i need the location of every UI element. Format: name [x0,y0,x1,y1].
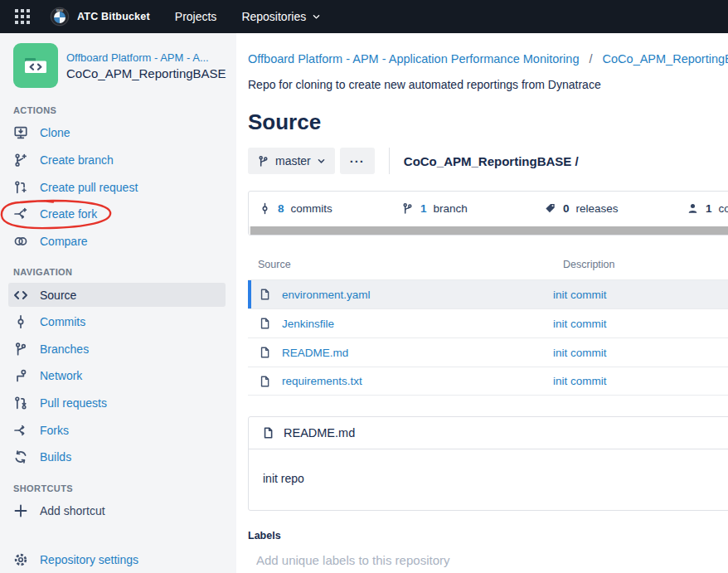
file-name-link[interactable]: environment.yaml [282,289,371,301]
sidebar-item-forks[interactable]: Forks [0,416,236,444]
navigation-section-title: NAVIGATION [13,267,236,277]
readme-header: README.md [249,417,728,449]
code-icon [13,288,28,303]
stat-value: 1 [420,202,427,215]
commit-icon [259,202,271,215]
sidebar-item-repository-settings[interactable]: Repository settings [0,546,236,573]
builds-icon [13,449,28,464]
readme-content: init repo [249,449,728,510]
scrollbar-thumb[interactable] [250,226,728,235]
top-app-bar: BMW ATC Bitbucket Projects Repositories [0,0,728,33]
create-fork-icon [13,206,28,221]
sidebar-item-source[interactable]: Source [8,283,226,307]
create-branch-icon [13,153,28,168]
clone-icon [13,125,28,140]
topnav-projects[interactable]: Projects [175,10,217,23]
sidebar-item-label: Create fork [40,207,97,221]
source-toolbar: master ··· CoCo_APM_ReportingBASE / [248,148,728,174]
chevron-down-icon [317,157,326,166]
branch-icon [257,155,269,168]
gear-icon [13,552,28,567]
repository-sidebar: Offboard Platform - APM - A... CoCo_APM_… [0,33,236,573]
sidebar-item-branches[interactable]: Branches [0,336,236,363]
stat-contributors[interactable]: 1 contributor [687,202,728,215]
network-icon [13,368,28,383]
stat-label: releases [576,202,619,215]
sidebar-item-label: Builds [40,450,71,464]
sidebar-item-label: Add shortcut [40,504,105,517]
sidebar-item-label: Network [40,369,82,382]
repo-stats-row: 8 commits 1 branch 0 [249,192,728,222]
file-name-link[interactable]: Jenkinsfile [282,318,334,330]
table-row[interactable]: Jenkinsfile init commit [248,308,728,337]
stat-branches[interactable]: 1 branch [401,202,544,215]
branch-icon [13,342,28,357]
stat-label: branch [434,202,468,215]
sidebar-item-label: Forks [40,424,69,437]
sidebar-item-label: Source [40,289,76,302]
sidebar-item-compare[interactable]: Compare [0,228,236,255]
table-row[interactable]: README.md init commit [248,337,728,367]
compare-icon [13,234,28,249]
sidebar-item-label: Create branch [40,153,114,167]
sidebar-item-clone[interactable]: Clone [0,119,236,147]
stat-value: 1 [706,202,712,215]
sidebar-item-create-pull-request[interactable]: Create pull request [0,173,236,201]
table-row[interactable]: requirements.txt init commit [248,367,728,396]
commit-message-link[interactable]: init commit [553,375,728,387]
column-header-description: Description [563,259,728,270]
app-switcher-grid-icon[interactable] [15,9,30,24]
create-pull-request-icon [13,180,28,195]
breadcrumb-repo-link[interactable]: CoCo_APM_ReportingBASE [603,52,728,66]
file-icon [259,317,271,330]
repo-avatar[interactable] [13,43,58,88]
sidebar-item-create-fork[interactable]: Create fork [0,201,236,228]
commit-message-link[interactable]: init commit [553,347,728,359]
readme-panel: README.md init repo [248,416,728,511]
column-header-source: Source [258,259,563,270]
sidebar-item-builds[interactable]: Builds [0,444,236,471]
commit-message-link[interactable]: init commit [553,289,728,301]
stat-label: commits [291,202,332,215]
sidebar-item-pull-requests[interactable]: Pull requests [0,390,236,417]
tag-icon [544,202,556,215]
sidebar-item-add-shortcut[interactable]: Add shortcut [0,498,236,525]
sidebar-repo-name: CoCo_APM_ReportingBASE [66,66,226,82]
plus-icon [13,503,28,518]
branch-icon [401,202,414,215]
horizontal-scrollbar[interactable] [249,226,728,235]
file-icon [259,346,271,359]
chevron-down-icon [312,12,321,22]
sidebar-item-label: Compare [40,235,88,248]
file-name-link[interactable]: README.md [282,347,348,359]
stat-value: 0 [563,202,570,215]
stat-releases[interactable]: 0 releases [544,202,687,215]
sidebar-item-label: Branches [40,342,89,356]
more-actions-button[interactable]: ··· [340,148,375,174]
sidebar-item-create-branch[interactable]: Create branch [0,147,236,174]
shortcuts-section-title: SHORTCUTS [13,483,236,493]
breadcrumb: Offboard Platform - APM - Application Pe… [248,52,728,66]
sidebar-item-network[interactable]: Network [0,362,236,390]
sidebar-project-link[interactable]: Offboard Platform - APM - A... [66,50,226,66]
sidebar-item-commits[interactable]: Commits [0,308,236,336]
branch-selector-button[interactable]: master [248,148,335,174]
file-name-link[interactable]: requirements.txt [282,375,362,387]
readme-filename: README.md [284,426,355,439]
commit-message-link[interactable]: init commit [553,318,728,330]
sidebar-item-label: Pull requests [40,396,107,410]
topnav-repositories[interactable]: Repositories [241,10,321,23]
file-icon [262,426,274,439]
commit-icon [13,314,28,329]
sidebar-item-label: Repository settings [40,553,138,566]
sidebar-item-label: Clone [40,126,70,139]
bmw-logo-icon[interactable]: BMW [50,7,70,27]
pull-request-icon [13,396,28,410]
stat-commits[interactable]: 8 commits [259,202,401,215]
labels-title: Labels [248,530,728,541]
file-icon [259,288,271,301]
breadcrumb-project-link[interactable]: Offboard Platform - APM - Application Pe… [248,52,579,66]
labels-input-placeholder[interactable]: Add unique labels to this repository [256,553,728,567]
table-row[interactable]: environment.yaml init commit [248,279,728,308]
repo-description: Repo for cloning to create new automated… [248,78,728,91]
